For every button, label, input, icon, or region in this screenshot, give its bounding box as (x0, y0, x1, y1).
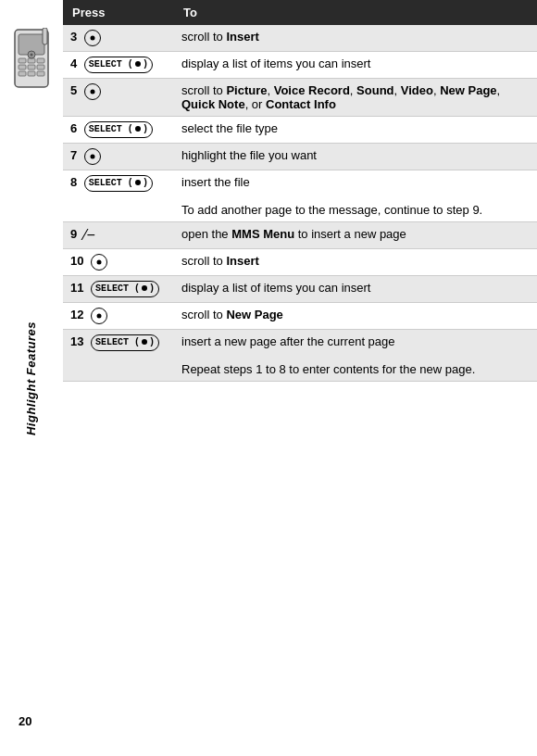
description-cell: scroll to New Page (174, 303, 537, 330)
select-button-icon: SELECT () (91, 334, 159, 351)
bold-text: Insert (226, 254, 258, 268)
description-cell: highlight the file you want (174, 144, 537, 170)
step-number: 13 (70, 334, 83, 348)
press-cell: 5 (63, 79, 174, 117)
svg-point-13 (31, 54, 33, 57)
select-dot-icon (135, 61, 141, 67)
bold-text: Video (401, 83, 433, 97)
step-number: 3 (70, 30, 77, 44)
svg-rect-6 (28, 65, 35, 69)
description-cell: insert the file To add another page to t… (174, 170, 537, 222)
svg-rect-7 (37, 65, 44, 69)
table-row: 9 ∕− open the MMS Menu to insert a new p… (63, 222, 537, 249)
select-button-icon: SELECT () (84, 121, 153, 138)
press-cell: 7 (63, 144, 174, 170)
description-cell: display a list of items you can insert (174, 276, 537, 303)
svg-rect-3 (28, 58, 35, 63)
select-dot-icon (135, 126, 141, 132)
bold-text: New Page (226, 308, 282, 321)
table-header-row: Press To (63, 0, 537, 25)
phone-illustration (7, 28, 63, 102)
page-number: 20 (19, 714, 31, 728)
select-button-icon: SELECT () (84, 57, 153, 73)
press-header: Press (63, 0, 174, 25)
step-number: 6 (70, 121, 77, 135)
bold-text: Picture (226, 83, 267, 97)
step-number: 11 (70, 281, 83, 295)
select-dot-icon (142, 339, 147, 345)
svg-rect-2 (19, 58, 26, 63)
bold-text: Quick Note (181, 97, 245, 111)
press-cell: 4 SELECT () (63, 52, 174, 79)
svg-rect-8 (19, 71, 26, 76)
bold-text: Insert (226, 30, 258, 44)
table-row: 7 highlight the file you want (63, 144, 537, 170)
select-button-icon: SELECT () (91, 281, 159, 297)
description-cell: scroll to Insert (174, 249, 537, 276)
press-cell: 12 (63, 303, 174, 330)
bold-text: Sound (356, 83, 393, 97)
bold-text: Voice Record (274, 83, 350, 97)
select-dot-icon (142, 285, 147, 291)
description-cell: display a list of items you can insert (174, 52, 537, 79)
menu-icon: ∕− (84, 227, 95, 244)
svg-rect-9 (28, 71, 35, 76)
bold-text: New Page (440, 83, 496, 97)
press-cell: 8 SELECT () (63, 170, 174, 222)
step-number: 12 (70, 308, 83, 321)
to-header: To (174, 0, 537, 25)
press-cell: 13 SELECT () (63, 330, 174, 382)
step-number: 10 (70, 254, 83, 268)
step-number: 9 (70, 227, 77, 241)
scroll-icon (84, 83, 101, 100)
press-cell: 11 SELECT () (63, 276, 174, 303)
table-row: 12 scroll to New Page (63, 303, 537, 330)
description-cell: scroll to Insert (174, 25, 537, 52)
svg-rect-5 (19, 65, 26, 69)
table-row: 6 SELECT () select the file type (63, 117, 537, 144)
step-number: 4 (70, 57, 77, 70)
table-row: 11 SELECT () display a list of items you… (63, 276, 537, 303)
bold-text: MMS Menu (231, 227, 294, 241)
table-row: 10 scroll to Insert (63, 249, 537, 276)
scroll-icon (91, 254, 107, 271)
scroll-icon (91, 308, 107, 324)
table-row: 8 SELECT () insert the file To add anoth… (63, 170, 537, 222)
select-button-icon: SELECT () (84, 175, 153, 192)
sidebar-label: Highlight Features (25, 321, 39, 435)
svg-rect-4 (37, 58, 44, 63)
table-row: 5 scroll to Picture, Voice Record, Sound… (63, 79, 537, 117)
step-number: 5 (70, 83, 77, 97)
description-cell: select the file type (174, 117, 537, 144)
sidebar: Highlight Features (0, 0, 63, 756)
press-cell: 3 (63, 25, 174, 52)
table-row: 3 scroll to Insert (63, 25, 537, 52)
bold-text: Contact Info (266, 97, 336, 111)
press-cell: 9 ∕− (63, 222, 174, 249)
table-row: 13 SELECT () insert a new page after the… (63, 330, 537, 382)
scroll-icon (84, 30, 101, 46)
press-cell: 6 SELECT () (63, 117, 174, 144)
main-content: Press To 3 scroll to Insert 4 SELECT () (63, 0, 537, 756)
step-number: 7 (70, 148, 77, 162)
table-row: 4 SELECT () display a list of items you … (63, 52, 537, 79)
select-dot-icon (135, 180, 141, 185)
scroll-icon (84, 148, 101, 165)
description-cell: open the MMS Menu to insert a new page (174, 222, 537, 249)
press-cell: 10 (63, 249, 174, 276)
svg-rect-10 (37, 71, 44, 76)
description-cell: insert a new page after the current page… (174, 330, 537, 382)
description-cell: scroll to Picture, Voice Record, Sound, … (174, 79, 537, 117)
svg-rect-11 (43, 28, 47, 44)
step-number: 8 (70, 175, 77, 189)
instructions-table: Press To 3 scroll to Insert 4 SELECT () (63, 0, 537, 382)
